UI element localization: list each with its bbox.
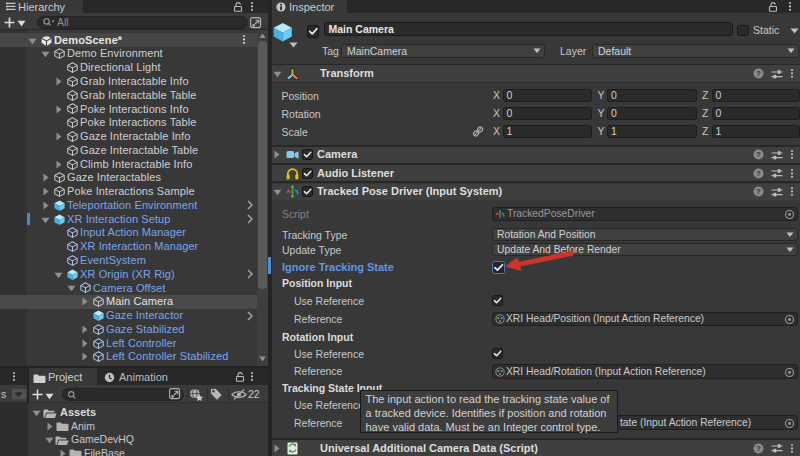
svg-text:?: ?: [756, 69, 761, 78]
svg-text:?: ?: [756, 169, 761, 178]
svg-text:?: ?: [756, 444, 761, 453]
svg-text:?: ?: [756, 188, 761, 197]
svg-text:?: ?: [756, 151, 761, 160]
